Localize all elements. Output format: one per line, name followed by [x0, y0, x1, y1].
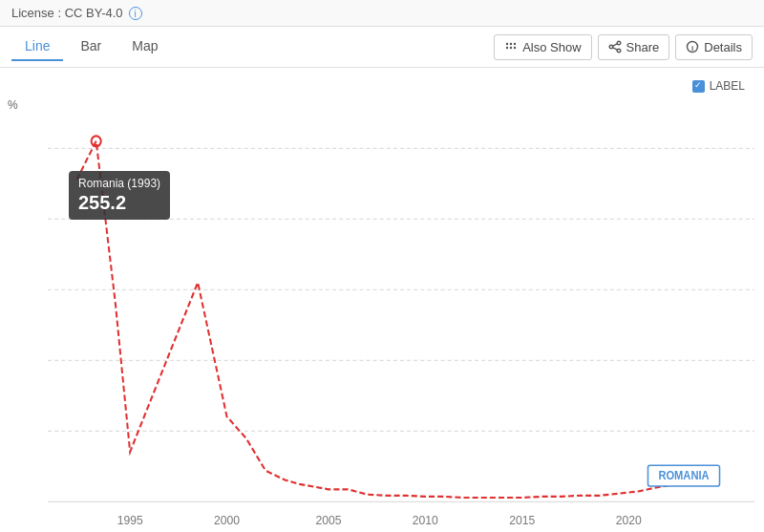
also-show-icon: [504, 40, 518, 53]
toolbar-right: Also Show Share i Details: [494, 34, 753, 60]
chart-area: LABEL % 0 50 100 150 200 250 1995 2000 2…: [0, 68, 764, 523]
svg-point-3: [506, 47, 508, 49]
svg-point-4: [510, 47, 512, 49]
info-icon[interactable]: i: [129, 7, 142, 20]
details-button[interactable]: i Details: [675, 34, 753, 60]
svg-text:2015: 2015: [509, 514, 535, 527]
tab-bar[interactable]: Bar: [67, 32, 115, 61]
also-show-button[interactable]: Also Show: [494, 34, 591, 60]
svg-line-10: [612, 48, 617, 50]
svg-point-1: [510, 43, 512, 45]
svg-point-8: [617, 49, 621, 53]
svg-point-7: [609, 45, 613, 49]
details-icon: i: [686, 40, 699, 53]
tab-map[interactable]: Map: [118, 32, 171, 61]
label-row: LABEL: [48, 77, 754, 93]
label-checkbox[interactable]: [692, 80, 705, 93]
svg-point-5: [514, 47, 516, 49]
label-text: LABEL: [710, 79, 745, 93]
tab-group: Line Bar Map: [11, 32, 172, 61]
toolbar: Line Bar Map Also Show Share: [0, 27, 764, 68]
svg-text:i: i: [691, 44, 693, 53]
share-icon: [608, 40, 622, 53]
svg-text:2010: 2010: [413, 514, 438, 527]
share-button[interactable]: Share: [598, 34, 670, 60]
license-text: License : CC BY-4.0: [11, 6, 123, 20]
tab-line[interactable]: Line: [11, 32, 63, 61]
svg-point-0: [506, 43, 508, 45]
license-bar: License : CC BY-4.0 i: [0, 0, 764, 27]
svg-text:2000: 2000: [214, 514, 240, 527]
svg-text:ROMANIA: ROMANIA: [658, 470, 710, 481]
svg-text:2005: 2005: [315, 514, 341, 527]
svg-line-9: [612, 44, 617, 46]
svg-point-6: [617, 41, 621, 45]
svg-text:1995: 1995: [117, 514, 143, 527]
y-axis-label: %: [8, 98, 18, 112]
svg-text:2020: 2020: [616, 514, 642, 527]
svg-point-2: [514, 43, 516, 45]
line-chart: 0 50 100 150 200 250 1995 2000 2005 2010…: [48, 96, 754, 532]
